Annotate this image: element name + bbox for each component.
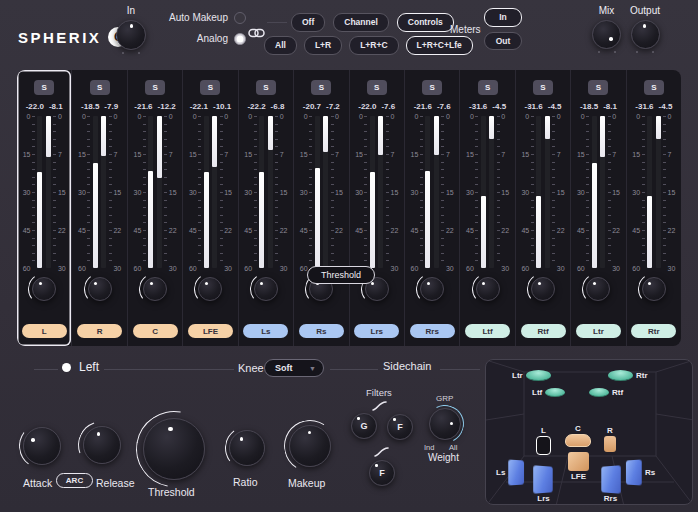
channel-label[interactable]: Rs: [299, 324, 344, 338]
channel-label[interactable]: Rtf: [521, 324, 566, 338]
speaker-lfe[interactable]: [568, 452, 589, 471]
input-meter-track: [148, 116, 153, 268]
meter-scale-left: 015304560: [296, 116, 308, 268]
speaker-c[interactable]: [565, 434, 591, 447]
strip-threshold-knob[interactable]: [254, 277, 278, 301]
group-lrc-button[interactable]: L+R+C: [349, 36, 398, 55]
channel-label[interactable]: Ltf: [465, 324, 510, 338]
strip-threshold-knob[interactable]: [531, 277, 555, 301]
input-meter-bar: [370, 172, 375, 268]
mode-channel-button[interactable]: Channel: [333, 13, 389, 32]
speaker-rtf[interactable]: [589, 388, 609, 397]
makeup-knob[interactable]: [289, 425, 331, 467]
solo-button[interactable]: S: [588, 80, 608, 95]
threshold-knob[interactable]: [143, 418, 205, 480]
knee-select[interactable]: Soft ▼: [264, 359, 324, 377]
solo-button[interactable]: S: [145, 80, 165, 95]
gr-meter-track: [157, 116, 162, 268]
meter-ticks: [143, 116, 146, 268]
mix-knob[interactable]: [592, 20, 621, 49]
channel-label[interactable]: Ls: [243, 324, 288, 338]
speaker-l[interactable]: [536, 436, 551, 455]
strip-threshold-knob[interactable]: [143, 277, 167, 301]
ratio-knob[interactable]: [229, 430, 265, 466]
meter-scale-left: 015304560: [517, 116, 529, 268]
solo-button[interactable]: S: [478, 80, 498, 95]
sidechain-filter-g-knob[interactable]: G: [351, 413, 377, 439]
channel-label[interactable]: Rrs: [410, 324, 455, 338]
meter-ticks: [386, 116, 389, 268]
solo-button[interactable]: S: [422, 80, 442, 95]
channel-label[interactable]: Lrs: [354, 324, 399, 338]
speaker-r[interactable]: [604, 436, 616, 452]
analog-toggle[interactable]: [234, 33, 246, 45]
ratio-label: Ratio: [233, 476, 258, 488]
group-lrclfe-button[interactable]: L+R+C+Lfe: [406, 36, 473, 55]
speaker-ltf[interactable]: [545, 388, 565, 397]
meter-ticks: [254, 116, 257, 268]
gr-meter-track: [101, 116, 106, 268]
strip-threshold-knob[interactable]: [198, 277, 222, 301]
channel-label[interactable]: Rtr: [631, 324, 676, 338]
weight-knob[interactable]: [429, 408, 461, 440]
sidechain-filter-f2-knob[interactable]: F: [369, 460, 395, 486]
channel-strip: S -21.6 -12.2 015304560 07152230 C: [127, 70, 182, 346]
meter-scale-right: 07152230: [280, 116, 292, 268]
level-meter: 015304560 07152230: [185, 116, 237, 268]
meters-in-button[interactable]: In: [484, 8, 522, 27]
meters-out-button[interactable]: Out: [484, 32, 522, 51]
solo-button[interactable]: S: [90, 80, 110, 95]
solo-button[interactable]: S: [644, 80, 664, 95]
group-all-button[interactable]: All: [264, 36, 297, 55]
solo-button[interactable]: S: [200, 80, 220, 95]
meter-ticks: [331, 116, 334, 268]
strip-threshold-knob[interactable]: [642, 277, 666, 301]
chevron-down-icon: ▼: [309, 365, 323, 372]
channel-label[interactable]: C: [133, 324, 178, 338]
strip-threshold-knob[interactable]: [32, 277, 56, 301]
solo-button[interactable]: S: [311, 80, 331, 95]
speaker-lrs[interactable]: [533, 465, 553, 494]
spherix-plugin-window: SPHERIX C In Auto Makeup Analog Off Chan…: [0, 0, 698, 512]
channel-label[interactable]: R: [77, 324, 122, 338]
strip-threshold-knob[interactable]: [420, 277, 444, 301]
gr-meter-track: [268, 116, 273, 268]
solo-button[interactable]: S: [533, 80, 553, 95]
strip-threshold-knob[interactable]: [88, 277, 112, 301]
gain-reduction-value: -7.6: [381, 102, 395, 111]
speaker-rtr[interactable]: [608, 370, 633, 381]
speaker-rs[interactable]: [626, 459, 642, 485]
meter-ticks: [164, 116, 167, 268]
meter-ticks: [642, 116, 645, 268]
sidechain-filter-f-knob[interactable]: F: [387, 414, 413, 440]
output-knob[interactable]: [631, 20, 660, 49]
auto-makeup-toggle[interactable]: [234, 12, 246, 24]
group-lr-button[interactable]: L+R: [304, 36, 342, 55]
gain-reduction-bar: [434, 116, 439, 155]
strip-threshold-knob[interactable]: [586, 277, 610, 301]
knob-ticks: [598, 51, 616, 53]
strip-threshold-knob[interactable]: [476, 277, 500, 301]
channel-label[interactable]: LFE: [188, 324, 233, 338]
solo-button[interactable]: S: [34, 80, 54, 95]
gain-reduction-value: -7.6: [437, 102, 451, 111]
attack-knob[interactable]: [23, 427, 61, 465]
input-meter-bar: [148, 171, 153, 268]
channel-label[interactable]: Ltr: [576, 324, 621, 338]
mode-controls-button[interactable]: Controls: [397, 13, 454, 32]
meter-readouts: -18.5 -7.9: [81, 102, 118, 111]
arc-button[interactable]: ARC: [56, 473, 93, 488]
input-meter-bar: [592, 163, 597, 268]
solo-button[interactable]: S: [367, 80, 387, 95]
grp-label: GRP: [436, 394, 453, 403]
meter-ticks: [87, 116, 90, 268]
release-knob[interactable]: [83, 426, 121, 464]
meter-ticks: [198, 116, 201, 268]
speaker-rrs[interactable]: [601, 465, 621, 494]
speaker-ltr[interactable]: [526, 370, 551, 381]
gr-meter-track: [378, 116, 383, 268]
channel-label[interactable]: L: [22, 324, 67, 338]
speaker-ls[interactable]: [509, 459, 525, 485]
solo-button[interactable]: S: [256, 80, 276, 95]
mode-off-button[interactable]: Off: [291, 13, 325, 32]
